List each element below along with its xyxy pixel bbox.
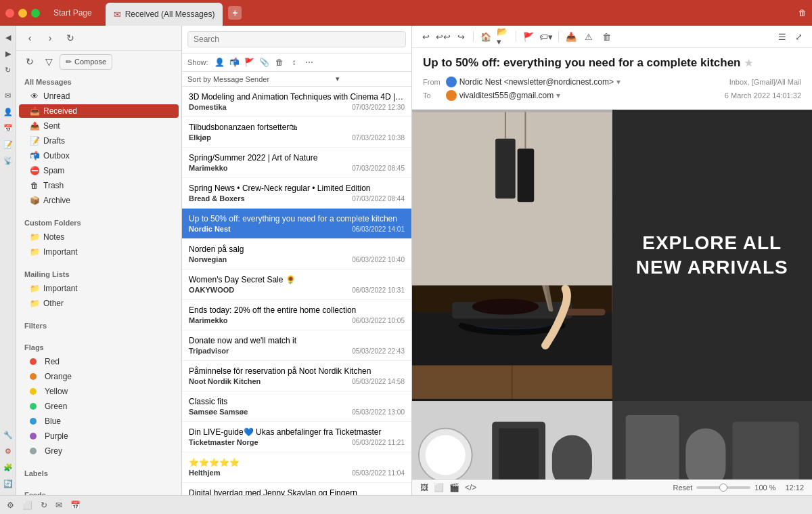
sidebar-item-grey[interactable]: Grey <box>19 444 179 458</box>
table-row[interactable]: Women's Day Secret Sale 🌻 OAKYWOOD 06/03… <box>182 270 411 300</box>
compose-button[interactable]: ✏ Compose <box>60 54 112 70</box>
start-page-tab[interactable]: Start Page <box>45 0 100 26</box>
filter-attachment-icon[interactable]: 📎 <box>258 56 271 68</box>
filter-button[interactable]: ▽ <box>41 53 57 70</box>
table-row[interactable]: Donate now and we'll match it Tripadviso… <box>182 330 411 361</box>
zoom-slider-thumb[interactable] <box>719 484 727 492</box>
table-row[interactable]: Din LIVE-guide💙 Ukas anbefalinger fra Ti… <box>182 422 411 452</box>
reply-icon[interactable]: ↩ <box>419 30 432 43</box>
all-messages-label: All Messages <box>16 72 181 89</box>
settings-icon[interactable]: ⚙ <box>2 445 14 457</box>
sidebar-item-green[interactable]: Green <box>19 400 179 413</box>
status-icon-5[interactable]: 📅 <box>70 500 81 510</box>
sidebar-item-orange[interactable]: Orange <box>19 370 179 383</box>
media-icon[interactable]: 🎬 <box>449 483 459 492</box>
sidebar-item-yellow[interactable]: Yellow <box>19 385 179 398</box>
nav-back-icon[interactable]: ◀ <box>2 31 14 43</box>
flags-label: Flags <box>16 338 181 354</box>
filter-unread-icon[interactable]: 📬 <box>229 56 241 68</box>
filter-flagged-icon[interactable]: 🚩 <box>244 56 256 68</box>
trash-icon[interactable]: 🗑 <box>798 8 807 18</box>
sidebar-item-notes[interactable]: 📁 Notes <box>19 230 179 244</box>
extensions-icon[interactable]: 🧩 <box>2 461 14 473</box>
view-options-icon[interactable]: ☰ <box>775 30 789 43</box>
sidebar-item-unread[interactable]: 👁 Unread <box>19 89 179 103</box>
sidebar-item-drafts[interactable]: 📝 Drafts <box>19 134 179 148</box>
sort-bar[interactable]: Sort by Message Sender ▾ <box>182 72 411 87</box>
nav-forward-icon[interactable]: ▶ <box>2 47 14 60</box>
nav-refresh-button[interactable]: ↻ <box>62 30 78 46</box>
sidebar-item-sent[interactable]: 📤 Sent <box>19 119 179 133</box>
calendar-icon[interactable]: 📅 <box>2 122 14 134</box>
sync-icon[interactable]: 🔄 <box>2 477 14 490</box>
sidebar-item-archive[interactable]: 📦 Archive <box>19 194 179 207</box>
sidebar-item-outbox[interactable]: 📬 Outbox <box>19 149 179 163</box>
from-chevron-icon[interactable]: ▾ <box>616 77 621 87</box>
sidebar-item-received[interactable]: 📥 Received <box>19 104 179 118</box>
delete-icon[interactable]: 🗑 <box>600 30 613 43</box>
filter-icon[interactable]: 🔧 <box>2 429 14 441</box>
sidebar-item-spam[interactable]: ⛔ Spam <box>19 164 179 177</box>
status-icon-4[interactable]: ✉ <box>55 500 62 510</box>
code-icon[interactable]: </> <box>465 483 476 492</box>
feeds-icon[interactable]: 📡 <box>2 154 14 167</box>
maximize-button[interactable] <box>31 9 40 18</box>
tag-icon[interactable]: 🏷▾ <box>539 30 553 43</box>
table-row[interactable]: Up to 50% off: everything you need for a… <box>182 209 411 239</box>
sidebar-item-important[interactable]: 📁 Important <box>19 245 179 259</box>
minimize-button[interactable] <box>18 9 27 18</box>
table-row[interactable]: Tilbudsbonanzaen fortsetter🛍 Elkjøp 07/0… <box>182 117 411 148</box>
table-row[interactable]: 3D Modeling and Animation Techniques wit… <box>182 87 411 117</box>
filter-all-icon[interactable]: 👤 <box>214 56 226 68</box>
expand-icon[interactable]: ⤢ <box>792 30 805 43</box>
inbox-icon[interactable]: 🏠 <box>479 30 493 43</box>
nav-forward-button[interactable]: › <box>42 30 58 46</box>
status-icon-3[interactable]: ↻ <box>41 500 47 510</box>
refresh-icon[interactable]: ↻ <box>2 64 14 76</box>
received-tab[interactable]: ✉ Received (All Messages) <box>106 3 223 26</box>
table-row[interactable]: Ends today: 20% off the entire home coll… <box>182 300 411 330</box>
zoom-slider[interactable] <box>696 486 750 489</box>
move-icon[interactable]: 📂▾ <box>497 30 510 43</box>
clock-display: 12:12 <box>785 484 804 492</box>
zoom-reset-button[interactable]: Reset <box>673 484 693 492</box>
refresh-mail-button[interactable]: ↻ <box>22 53 38 70</box>
close-button[interactable] <box>5 9 14 18</box>
table-row[interactable]: Spring News • Crew-Neck regular • Limite… <box>182 178 411 209</box>
status-icon-1[interactable]: ⚙ <box>7 500 14 510</box>
reply-all-icon[interactable]: ↩↩ <box>436 30 450 43</box>
custom-folders-label: Custom Folders <box>16 213 181 230</box>
archive-icon[interactable]: 📥 <box>564 30 578 43</box>
junk-icon[interactable]: ⚠ <box>582 30 595 43</box>
mail-icon[interactable]: ✉ <box>2 89 14 102</box>
filter-delete-icon[interactable]: 🗑 <box>273 56 286 68</box>
sidebar-item-purple[interactable]: Purple <box>19 429 179 443</box>
add-tab-button[interactable]: + <box>228 6 242 20</box>
notes-icon[interactable]: 📝 <box>2 138 14 150</box>
photo-icon[interactable]: 🖼 <box>420 483 428 492</box>
email-subject: Ends today: 20% off the entire home coll… <box>189 305 405 315</box>
table-row[interactable]: Spring/Summer 2022 | Art of Nature Marim… <box>182 148 411 178</box>
flag-icon[interactable]: 🚩 <box>522 30 535 43</box>
forward-icon[interactable]: ↪ <box>454 30 468 43</box>
nav-back-button[interactable]: ‹ <box>22 30 38 46</box>
sidebar-item-red[interactable]: Red <box>19 355 179 368</box>
status-icon-2[interactable]: ⬜ <box>22 500 32 510</box>
table-row[interactable]: ⭐⭐⭐⭐⭐ Helthjem 05/03/2022 11:04 <box>182 452 411 483</box>
contact-icon[interactable]: 👤 <box>2 106 14 118</box>
table-row[interactable]: Classic fits Samsøe Samsøe 05/03/2022 13… <box>182 391 411 422</box>
window-controls <box>5 9 40 18</box>
sidebar-item-blue[interactable]: Blue <box>19 414 179 428</box>
to-chevron-icon[interactable]: ▾ <box>556 91 560 100</box>
sidebar-item-ml-important[interactable]: 📁 Important <box>19 282 179 295</box>
search-input[interactable] <box>187 31 406 47</box>
sidebar-item-trash[interactable]: 🗑 Trash <box>19 179 179 192</box>
filter-more-icon[interactable]: ⋯ <box>303 56 315 68</box>
sidebar-item-other[interactable]: 📁 Other <box>19 297 179 310</box>
table-row[interactable]: Norden på salg Norwegian 06/03/2022 10:4… <box>182 239 411 270</box>
table-row[interactable]: Påminnelse för reservation på Noot Nordi… <box>182 361 411 391</box>
table-row[interactable]: Digital hverdag med Jenny Skavlan og Fin… <box>182 483 411 495</box>
email-date: 06/03/2022 14:01 <box>352 226 405 233</box>
window-icon[interactable]: ⬜ <box>434 483 444 492</box>
filter-move-icon[interactable]: ↕ <box>288 56 300 68</box>
